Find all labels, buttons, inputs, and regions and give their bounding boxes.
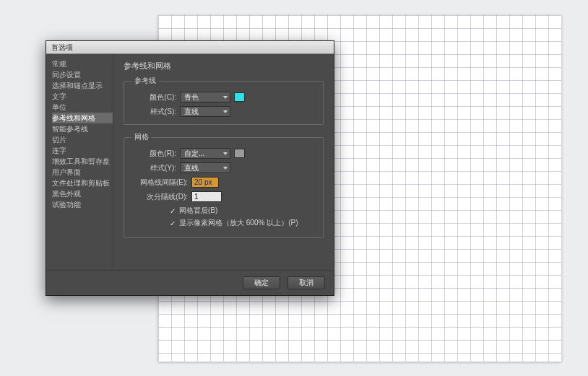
chevron-down-icon	[223, 96, 228, 99]
grid-style-value: 直线	[184, 163, 199, 173]
sidebar-item[interactable]: 切片	[52, 134, 113, 145]
grid-subdiv-input[interactable]: 1	[191, 191, 222, 202]
cancel-button[interactable]: 取消	[287, 276, 325, 289]
grid-pixel-checkbox[interactable]: ✓ 显示像素网格（放大 600% 以上）(P)	[169, 218, 316, 228]
preferences-dialog: 首选项 常规同步设置选择和锚点显示文字单位参考线和网格智能参考线切片连字增效工具…	[46, 40, 334, 296]
sidebar-item[interactable]: 文件处理和剪贴板	[52, 178, 113, 188]
ok-button[interactable]: 确定	[243, 276, 280, 289]
grid-color-label: 颜色(R):	[131, 149, 176, 159]
grid-back-checkbox[interactable]: ✓ 网格置后(B)	[169, 206, 316, 216]
sidebar-item[interactable]: 参考线和网格	[52, 113, 113, 123]
sidebar-item[interactable]: 文字	[52, 91, 113, 102]
sidebar-item[interactable]: 连字	[52, 145, 113, 156]
sidebar-item[interactable]: 同步设置	[52, 69, 113, 80]
grid-color-value: 自定...	[184, 149, 204, 159]
grid-spacing-label: 网格线间隔(E):	[131, 178, 188, 188]
preferences-sidebar: 常规同步设置选择和锚点显示文字单位参考线和网格智能参考线切片连字增效工具和暂存盘…	[46, 54, 113, 270]
grid-pixel-label: 显示像素网格（放大 600% 以上）(P)	[179, 218, 298, 228]
guides-color-label: 颜色(C):	[131, 92, 176, 102]
panel-content: 参考线和网格 参考线 颜色(C): 青色 样式(S): 直线	[113, 54, 334, 270]
chevron-down-icon	[223, 152, 228, 155]
dialog-title: 首选项	[51, 43, 73, 51]
check-icon: ✓	[169, 207, 176, 215]
sidebar-item[interactable]: 黑色外观	[52, 188, 113, 199]
sidebar-item[interactable]: 单位	[52, 102, 113, 113]
panel-title: 参考线和网格	[124, 61, 324, 71]
sidebar-item[interactable]: 增效工具和暂存盘	[52, 156, 113, 167]
guides-style-label: 样式(S):	[131, 107, 176, 117]
sidebar-item[interactable]: 选择和锚点显示	[52, 80, 113, 91]
grid-color-select[interactable]: 自定...	[180, 148, 230, 159]
guides-color-swatch[interactable]	[234, 92, 245, 102]
grid-spacing-input[interactable]: 20 px	[191, 177, 219, 188]
grid-style-label: 样式(Y):	[131, 163, 176, 173]
grid-back-label: 网格置后(B)	[179, 206, 217, 216]
grid-style-select[interactable]: 直线	[180, 162, 230, 173]
dialog-titlebar[interactable]: 首选项	[46, 41, 334, 54]
guides-legend: 参考线	[131, 76, 159, 86]
sidebar-item[interactable]: 智能参考线	[52, 123, 113, 134]
guides-group: 参考线 颜色(C): 青色 样式(S): 直线	[124, 76, 324, 125]
guides-style-value: 直线	[184, 107, 199, 117]
guides-color-value: 青色	[184, 92, 199, 102]
grid-subdiv-label: 次分隔线(D):	[131, 192, 188, 202]
sidebar-item[interactable]: 常规	[52, 58, 113, 69]
guides-color-select[interactable]: 青色	[180, 92, 230, 102]
grid-legend: 网格	[131, 132, 152, 142]
check-icon: ✓	[169, 219, 176, 227]
grid-color-swatch[interactable]	[234, 149, 245, 158]
guides-style-select[interactable]: 直线	[180, 106, 230, 117]
sidebar-item[interactable]: 试验功能	[52, 199, 113, 210]
chevron-down-icon	[223, 110, 228, 113]
chevron-down-icon	[223, 167, 228, 170]
grid-group: 网格 颜色(R): 自定... 样式(Y): 直线	[124, 132, 324, 238]
dialog-footer: 确定 取消	[46, 270, 334, 295]
sidebar-item[interactable]: 用户界面	[52, 167, 113, 178]
